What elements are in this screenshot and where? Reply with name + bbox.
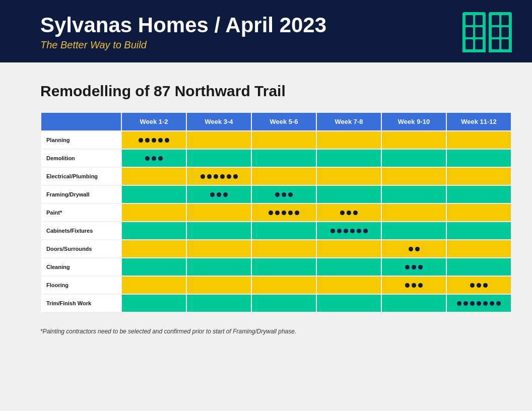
row-label: Framing/Drywall (41, 185, 121, 203)
table-header-row: Week 1-2 Week 3-4 Week 5-6 Week 7-8 Week… (41, 112, 511, 131)
col-header-week4: Week 7-8 (316, 112, 381, 131)
cell-r8-c5 (446, 276, 511, 294)
row-label: Doors/Surrounds (41, 240, 121, 258)
cell-r9-c3 (316, 294, 381, 312)
cell-r4-c5 (446, 203, 511, 222)
cell-r8-c0 (121, 276, 186, 294)
table-row: Demolition (41, 149, 511, 167)
cell-r8-c4 (381, 276, 446, 294)
cell-r7-c3 (316, 258, 381, 276)
cell-r5-c2 (251, 222, 316, 240)
col-header-label (41, 112, 121, 131)
cell-r8-c2 (251, 276, 316, 294)
cell-r1-c4 (381, 149, 446, 167)
col-header-week1: Week 1-2 (121, 112, 186, 131)
header: Sylvanas Homes / April 2023 The Better W… (0, 0, 532, 62)
cell-r4-c2 (251, 203, 316, 222)
cell-r1-c2 (251, 149, 316, 167)
row-label: Trim/Finish Work (41, 294, 121, 312)
cell-r5-c5 (446, 222, 511, 240)
cell-r0-c3 (316, 131, 381, 149)
cell-r1-c0 (121, 149, 186, 167)
row-label: Flooring (41, 276, 121, 294)
schedule-table: Week 1-2 Week 3-4 Week 5-6 Week 7-8 Week… (40, 112, 512, 313)
col-header-week2: Week 3-4 (186, 112, 251, 131)
row-label: Demolition (41, 149, 121, 167)
cell-r2-c1 (186, 167, 251, 185)
building-icon-left (462, 12, 486, 52)
row-label: Paint* (41, 203, 121, 222)
company-tagline: The Better Way to Build (40, 39, 326, 51)
table-row: Doors/Surrounds (41, 240, 511, 258)
cell-r9-c0 (121, 294, 186, 312)
table-row: Framing/Drywall (41, 185, 511, 203)
building-icon-right (489, 12, 512, 52)
cell-r3-c4 (381, 185, 446, 203)
cell-r0-c1 (186, 131, 251, 149)
cell-r4-c1 (186, 203, 251, 222)
cell-r9-c4 (381, 294, 446, 312)
cell-r1-c5 (446, 149, 511, 167)
cell-r6-c2 (251, 240, 316, 258)
col-header-week3: Week 5-6 (251, 112, 316, 131)
cell-r2-c0 (121, 167, 186, 185)
cell-r8-c1 (186, 276, 251, 294)
cell-r9-c1 (186, 294, 251, 312)
table-row: Paint* (41, 203, 511, 222)
cell-r0-c4 (381, 131, 446, 149)
table-row: Electrical/Plumbing (41, 167, 511, 185)
table-row: Trim/Finish Work (41, 294, 511, 312)
cell-r5-c4 (381, 222, 446, 240)
table-row: Planning (41, 131, 511, 149)
cell-r7-c5 (446, 258, 511, 276)
col-header-week6: Week 11-12 (446, 112, 511, 131)
cell-r1-c1 (186, 149, 251, 167)
header-text: Sylvanas Homes / April 2023 The Better W… (40, 14, 326, 50)
cell-r3-c3 (316, 185, 381, 203)
project-title: Remodelling of 87 Northward Trail (40, 83, 512, 100)
cell-r7-c2 (251, 258, 316, 276)
cell-r3-c1 (186, 185, 251, 203)
cell-r4-c0 (121, 203, 186, 222)
cell-r3-c0 (121, 185, 186, 203)
cell-r2-c2 (251, 167, 316, 185)
cell-r3-c5 (446, 185, 511, 203)
table-row: Cleaning (41, 258, 511, 276)
cell-r0-c5 (446, 131, 511, 149)
row-label: Planning (41, 131, 121, 149)
cell-r6-c0 (121, 240, 186, 258)
cell-r1-c3 (316, 149, 381, 167)
table-row: Flooring (41, 276, 511, 294)
cell-r7-c4 (381, 258, 446, 276)
footnote: *Painting contractors need to be selecte… (40, 328, 512, 335)
cell-r6-c3 (316, 240, 381, 258)
cell-r6-c5 (446, 240, 511, 258)
cell-r5-c0 (121, 222, 186, 240)
cell-r8-c3 (316, 276, 381, 294)
main-content: Remodelling of 87 Northward Trail Week 1… (0, 62, 532, 350)
cell-r2-c3 (316, 167, 381, 185)
cell-r2-c4 (381, 167, 446, 185)
cell-r7-c0 (121, 258, 186, 276)
cell-r0-c0 (121, 131, 186, 149)
cell-r3-c2 (251, 185, 316, 203)
cell-r9-c5 (446, 294, 511, 312)
cell-r5-c3 (316, 222, 381, 240)
cell-r6-c4 (381, 240, 446, 258)
cell-r6-c1 (186, 240, 251, 258)
cell-r2-c5 (446, 167, 511, 185)
row-label: Electrical/Plumbing (41, 167, 121, 185)
cell-r4-c4 (381, 203, 446, 222)
cell-r0-c2 (251, 131, 316, 149)
row-label: Cabinets/Fixtures (41, 222, 121, 240)
col-header-week5: Week 9-10 (381, 112, 446, 131)
cell-r9-c2 (251, 294, 316, 312)
company-title: Sylvanas Homes / April 2023 (40, 14, 326, 37)
table-row: Cabinets/Fixtures (41, 222, 511, 240)
cell-r7-c1 (186, 258, 251, 276)
cell-r5-c1 (186, 222, 251, 240)
cell-r4-c3 (316, 203, 381, 222)
row-label: Cleaning (41, 258, 121, 276)
company-logo (462, 12, 512, 52)
